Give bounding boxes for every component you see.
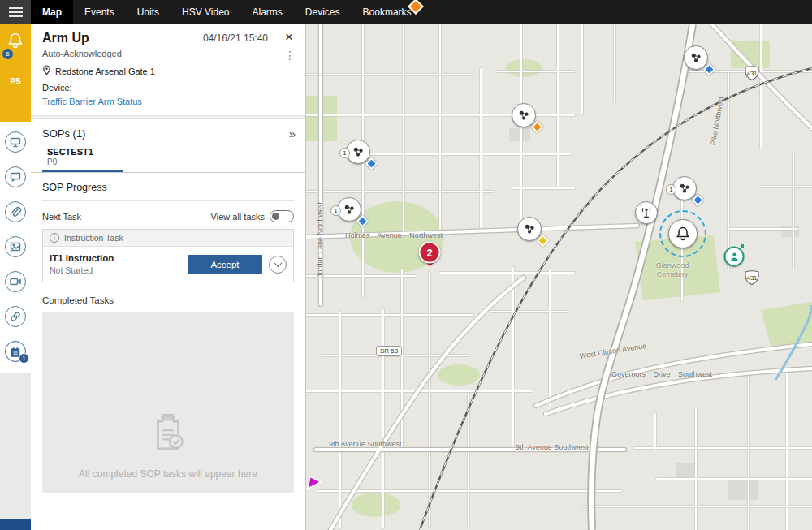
cluster-count-badge: 1 (666, 184, 676, 195)
alarm-count-badge: 6 (2, 49, 13, 59)
sop-tasks-icon[interactable]: 1 (5, 341, 26, 362)
location-pin-icon (42, 65, 51, 77)
antenna-device-marker[interactable] (635, 201, 658, 224)
empty-state-message: All completed SOP tasks will appear here (79, 468, 257, 480)
top-nav-bar: Map Events Units HSV Video Alarms Device… (0, 0, 812, 24)
task-status: Not Started (50, 265, 114, 275)
task-type-label: Instruction Task (64, 233, 123, 243)
alarm-detail-panel: Arm Up 04/16/21 15:40 × ⋮ Auto-Acknowled… (31, 24, 306, 530)
alarm-priority-label: P5 (0, 76, 31, 86)
route-shield-431-north: 431 (743, 65, 761, 84)
tab-alarms[interactable]: Alarms (241, 0, 294, 24)
tasks-count-badge: 1 (19, 353, 29, 364)
person-status-dot (740, 243, 745, 249)
info-icon: i (50, 233, 59, 243)
view-all-tasks-label: View all tasks (211, 212, 265, 222)
device-cluster-marker[interactable]: 1 (672, 176, 697, 200)
tab-sectest1[interactable]: SECTEST1 P0 (42, 145, 123, 172)
device-cluster-marker[interactable] (517, 217, 542, 241)
cluster-count-badge: 1 (339, 148, 350, 158)
next-task-card: i Instruction Task IT1 Instruction Not S… (42, 229, 294, 282)
left-rail: 6 P5 1 (0, 24, 31, 530)
chevron-down-icon (274, 259, 282, 267)
antenna-icon (639, 205, 654, 220)
close-icon[interactable]: × (281, 29, 297, 45)
street-label-jordan: Jordan Lane Northwest (316, 202, 324, 278)
sop-progress-title: SOP Progress (42, 182, 294, 201)
completed-tasks-title: Completed Tasks (42, 295, 294, 305)
tab-devices[interactable]: Devices (294, 0, 352, 24)
sop-tab-name: SECTEST1 (47, 147, 115, 157)
red-marker-count: 2 (426, 247, 432, 259)
alarm-ack-status: Auto-Acknowledged (42, 49, 296, 58)
rail-bottom-strip (0, 519, 31, 530)
monitor-icon[interactable] (5, 131, 26, 153)
place-label-glenwood-cemetery: Glenwood Cemetery (646, 261, 699, 279)
device-group-icon (522, 222, 537, 236)
more-options-icon[interactable]: ⋮ (284, 49, 296, 62)
street-label-9th-ave-west: 9th Avenue Southwest (329, 440, 401, 448)
device-group-icon (351, 144, 365, 159)
direction-arrow-icon (306, 475, 322, 491)
route-badge-sr53: SR 53 (376, 346, 402, 356)
video-camera-icon[interactable] (5, 271, 26, 292)
snapshot-icon[interactable] (5, 236, 26, 257)
active-alarm-rail-item[interactable]: 6 P5 (0, 24, 31, 122)
street-label-holmes: Holmes Avenue Northwest (345, 231, 443, 239)
next-task-label: Next Task (42, 212, 81, 222)
selected-alarm-marker[interactable] (659, 209, 707, 258)
expand-sops-icon[interactable]: » (289, 127, 296, 140)
svg-text:431: 431 (747, 70, 758, 77)
tab-units[interactable]: Units (126, 0, 171, 24)
tab-hsv-video[interactable]: HSV Video (171, 0, 240, 24)
view-all-tasks-toggle[interactable] (270, 210, 294, 222)
magenta-arrow-marker[interactable] (306, 475, 322, 494)
task-title: IT1 Instruction (50, 253, 114, 263)
tab-map[interactable]: Map (31, 0, 73, 24)
rail-icon-list: 1 (0, 122, 31, 362)
clipboard-check-icon (145, 410, 191, 457)
device-link[interactable]: Traffic Barrier Arm Status (42, 97, 296, 106)
chat-icon[interactable] (5, 166, 26, 187)
accept-button[interactable]: Accept (188, 255, 262, 274)
person-icon (728, 250, 741, 263)
alarm-title: Arm Up (42, 31, 89, 45)
map-canvas[interactable]: Jordan Lane Northwest Holmes Avenue Nort… (306, 24, 812, 530)
alarm-location: Redstone Arsenal Gate 1 (55, 67, 155, 76)
device-cluster-marker[interactable]: 1 (346, 140, 370, 164)
alarm-header: Arm Up 04/16/21 15:40 × ⋮ Auto-Acknowled… (31, 24, 305, 106)
device-cluster-marker[interactable]: 1 (337, 197, 361, 222)
street-label-governors: Governors Drive Southwest (611, 370, 712, 378)
alarm-selection-ring (659, 210, 706, 257)
device-label: Device: (42, 83, 296, 93)
tab-events[interactable]: Events (73, 0, 126, 24)
menu-icon[interactable] (0, 0, 31, 24)
task-expand-button[interactable] (269, 256, 287, 274)
rail-spacer (0, 373, 31, 519)
device-cluster-marker[interactable] (684, 45, 708, 70)
cluster-count-badge: 1 (330, 205, 341, 216)
device-cluster-marker[interactable] (512, 103, 536, 127)
device-group-icon (677, 181, 692, 196)
device-group-icon (342, 202, 356, 217)
link-icon[interactable] (5, 306, 26, 327)
device-group-icon (689, 50, 703, 65)
svg-text:431: 431 (747, 274, 758, 282)
app-root: Map Events Units HSV Video Alarms Device… (0, 0, 812, 530)
attachment-icon[interactable] (5, 201, 26, 222)
person-marker[interactable] (724, 247, 745, 267)
alarm-timestamp: 04/16/21 15:40 (203, 32, 268, 44)
red-alert-marker[interactable]: 2 (419, 242, 441, 264)
device-group-icon (516, 108, 531, 123)
completed-tasks-empty-state: All completed SOP tasks will appear here (42, 312, 294, 493)
sop-tab-priority: P0 (47, 157, 115, 166)
street-label-9th-ave-east: 9th Avenue Southwest (516, 443, 588, 451)
map-base-layer (306, 24, 812, 530)
sops-section-title: SOPs (1) (42, 127, 85, 140)
route-shield-431-south: 431 (743, 269, 761, 289)
sop-tabs: SECTEST1 P0 (31, 145, 305, 173)
